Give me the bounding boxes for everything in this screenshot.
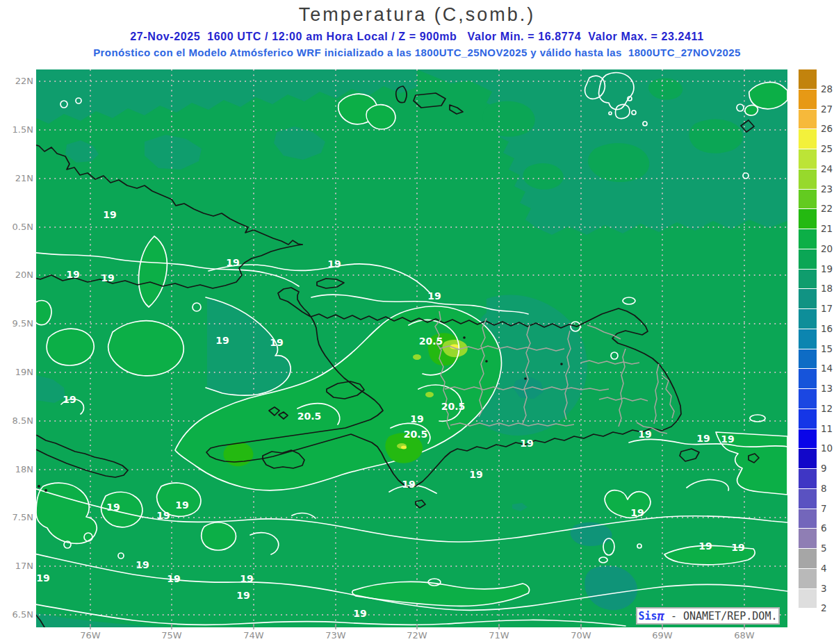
colorbar	[799, 69, 817, 629]
contour-label: 19	[156, 510, 170, 521]
colorbar-segment	[799, 329, 817, 349]
lat-axis-label: 19N	[15, 367, 33, 377]
colorbar-segment	[799, 170, 817, 190]
lat-axis-label: 1.5N	[13, 124, 33, 135]
colorbar-segment	[799, 589, 817, 609]
colorbar-tick-label: 25	[821, 143, 834, 154]
contour-label: 19	[721, 434, 734, 445]
colorbar-tick-label: 14	[821, 363, 834, 374]
contour-label: 19	[236, 590, 250, 601]
lat-axis-label: 22N	[15, 76, 33, 86]
colorbar-tick-label: 18	[821, 283, 834, 294]
colorbar-tick-label: 7	[821, 503, 834, 514]
colorbar-tick-label: 2	[821, 602, 834, 613]
lat-axis-label: 8.5N	[13, 415, 33, 426]
branding-org: - ONAMET/REP.DOM.	[664, 610, 778, 622]
colorbar-tick-label: 6	[821, 522, 834, 534]
contour-label: 19	[106, 502, 120, 513]
colorbar-tick-label: 23	[821, 183, 834, 195]
colorbar-segment	[799, 569, 817, 589]
lat-axis-label: 6.5N	[13, 609, 33, 620]
branding-box: Sisπ - ONAMET/REP.DOM.	[636, 607, 780, 625]
colorbar-segment	[799, 429, 817, 449]
contour-label: 20.5	[297, 411, 322, 422]
lat-axis-label: 18N	[15, 464, 33, 474]
lon-axis-label: 73W	[325, 630, 346, 641]
colorbar-segment	[799, 489, 817, 509]
colorbar-segment	[799, 270, 817, 290]
colorbar-segment	[799, 389, 817, 409]
colorbar-segment	[799, 349, 817, 370]
colorbar-segment	[799, 229, 817, 249]
colorbar-tick-label: 16	[821, 323, 834, 334]
colorbar-segment	[799, 409, 817, 429]
contour-label: 19	[175, 499, 188, 511]
colorbar-segment	[799, 190, 817, 210]
lon-axis-label: 75W	[161, 630, 182, 641]
lat-axis-label: 7.5N	[13, 512, 33, 522]
colorbar-tick-label: 3	[821, 583, 834, 594]
colorbar-segment	[799, 449, 817, 469]
colorbar-segment	[799, 209, 817, 229]
colorbar-segment	[799, 549, 817, 569]
colorbar-segment	[799, 149, 817, 170]
colorbar-tick-label: 12	[821, 403, 834, 414]
lat-axis-label: 9.5N	[13, 318, 33, 329]
colorbar-tick-label: 11	[821, 423, 834, 434]
colorbar-tick-label: 28	[821, 83, 834, 94]
contour-label: 19	[410, 413, 423, 424]
contour-label: 19	[36, 572, 49, 584]
contour-label: 19	[402, 479, 415, 490]
colorbar-tick-label: 13	[821, 383, 834, 394]
contour-label: 19	[226, 257, 239, 268]
lat-axis-label: 17N	[15, 561, 33, 571]
colorbar-segment	[799, 469, 817, 489]
colorbar-tick-label: 4	[821, 563, 834, 574]
lat-axis-label: 0.5N	[13, 222, 33, 232]
contour-label: 19	[638, 429, 651, 440]
contour-label: 19	[101, 272, 114, 283]
colorbar-segment	[799, 129, 817, 149]
lon-axis-label: 70W	[571, 630, 591, 641]
page-title: Temperatura (C,somb.)	[0, 4, 834, 26]
weather-map-figure: Temperatura (C,somb.) 27-Nov-2025 1600 U…	[0, 0, 834, 644]
colorbar-tick-label: 19	[821, 263, 834, 274]
colorbar-tick-label: 17	[821, 303, 834, 314]
lon-axis-label: 74W	[243, 630, 264, 641]
colorbar-segment	[799, 249, 817, 270]
contour-label: 20.5	[441, 401, 466, 412]
contour-label: 19	[630, 507, 644, 518]
colorbar-tick-label: 9	[821, 463, 834, 474]
contour-label: 19	[520, 438, 533, 449]
contour-label: 19	[63, 394, 76, 405]
colorbar-tick-label: 24	[821, 163, 834, 174]
contour-label: 19	[696, 433, 710, 444]
lat-axis-label: 21N	[15, 173, 33, 183]
contour-label: 19	[427, 290, 441, 302]
colorbar-tick-label: 15	[821, 343, 834, 354]
branding-sis: Sis	[639, 610, 657, 622]
contour-label: 19	[215, 335, 229, 346]
contour-label: 19	[698, 540, 712, 552]
contour-label: 20.5	[404, 429, 428, 440]
colorbar-tick-label: 26	[821, 123, 834, 134]
lat-axis-label: 20N	[15, 270, 33, 280]
contour-label: 19	[270, 337, 283, 348]
colorbar-segment	[799, 69, 817, 90]
colorbar-tick-label: 10	[821, 443, 834, 454]
colorbar-tick-label: 20	[821, 243, 834, 254]
subtitle-line-2: Pronóstico con el Modelo Atmósferico WRF…	[0, 47, 834, 58]
colorbar-segment	[799, 529, 817, 549]
lon-axis-label: 76W	[80, 630, 101, 641]
lon-axis-label: 71W	[489, 630, 509, 641]
colorbar-segment	[799, 90, 817, 110]
contour-label: 20.5	[419, 336, 443, 347]
colorbar-segment	[799, 289, 817, 309]
contour-label: 19	[103, 209, 116, 220]
colorbar-tick-label: 8	[821, 483, 834, 494]
subtitle-line-1: 27-Nov-2025 1600 UTC / 12:00 am Hora Loc…	[0, 31, 834, 43]
contour-label: 19	[167, 573, 180, 584]
lon-axis-label: 72W	[407, 630, 427, 641]
lon-axis-label: 69W	[652, 630, 673, 641]
colorbar-tick-label: 21	[821, 223, 834, 234]
